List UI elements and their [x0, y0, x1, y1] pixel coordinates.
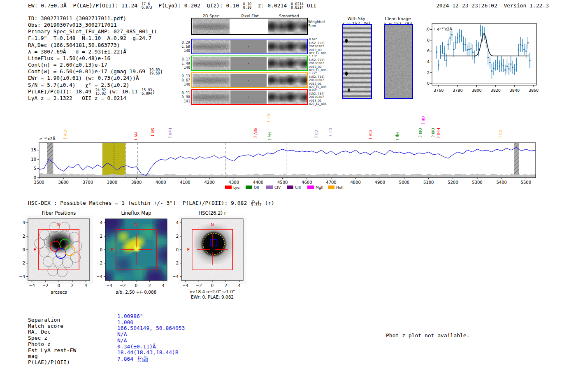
info-line-12-text: LyA z = 2.1322 OII z = 0.0214 — [28, 95, 126, 101]
match-value-0: 1.00986" — [117, 313, 185, 320]
inset-data-point — [462, 43, 464, 45]
info-line-11-frac: 15.936.894 — [142, 88, 152, 95]
panel-xtick: −4 — [106, 283, 112, 288]
cutout-image-smooth — [268, 90, 307, 104]
inset-data-point — [446, 60, 447, 61]
inset-xtick: 3800 — [471, 88, 481, 93]
inset-data-point — [497, 62, 499, 64]
east-label: E — [187, 247, 190, 252]
summary-text: z: 0.0214 — [251, 2, 290, 9]
info-line-8-text: ) — [160, 68, 163, 74]
info-line-5: λ = 3807.69Å σ = 2.93(±1.22)Å — [28, 49, 163, 55]
inset-data-point — [480, 30, 481, 31]
match-value-6: 18.44(18.43,18.44)R — [117, 350, 185, 356]
cutout-image-flat — [230, 57, 267, 70]
cutout-row-2 — [191, 72, 308, 88]
emission-line-label: CII { — [314, 130, 318, 138]
lineflux-map-panel: Lineflux Map−4−4−2−2002244s/b: 2.50 +/- … — [94, 209, 176, 300]
info-line-12: LyA z = 2.1322 OII z = 0.0214 — [28, 95, 163, 102]
cutout-image-spec2d — [193, 74, 230, 87]
inset-ylabel: ⊢e⁻¹⁷x2Å — [434, 27, 452, 31]
emission-line-label: CIV { — [368, 130, 372, 139]
emission-line-label: Hβ { — [395, 132, 399, 141]
inset-data-point — [518, 49, 519, 51]
match-value-3-text: N/A — [117, 331, 127, 337]
main-xtick: 5100 — [423, 180, 434, 185]
legend-swatch-HeII — [328, 186, 334, 189]
info-line-11-frac: 24.5215.02 — [95, 88, 106, 95]
panel-xlabel1: m:18.4 re:2.0" s:1.0" — [190, 289, 235, 294]
legend-swatch-Lyα — [225, 186, 232, 189]
main-xtick: 3500 — [34, 180, 44, 185]
inset-data-point — [440, 51, 441, 53]
match-value-1: 1.000 — [117, 320, 185, 326]
panel-xlabel2: EWr: 0, PLAE: 9.082 — [191, 295, 234, 299]
match-label: Spec z — [28, 335, 76, 341]
spacer — [497, 2, 504, 9]
clean-image — [384, 24, 413, 99]
weighted-sum-line: Weighted — [308, 20, 325, 24]
main-plot-svg: CIV {NV {SiII {HeII {SiIV {CIII {Hγ {CII… — [23, 111, 553, 193]
panel-ytick: −4 — [172, 274, 179, 279]
inset-data-point — [506, 65, 508, 67]
inset-data-point — [510, 63, 512, 65]
inset-data-point — [493, 67, 495, 69]
main-xtick: 4300 — [229, 180, 239, 185]
row-right-labels: 1.13"(152, 793)20190307v013_02027_LL_085 — [309, 55, 334, 72]
info-line-8-text: Cont(w) = 6.50(±0.01)e-17 (gmag 19.69 — [28, 68, 149, 74]
cutout-image-spec2d — [193, 19, 230, 34]
match-value-7-frac: 15.415.484 — [137, 356, 148, 362]
inset-data-point — [459, 35, 460, 37]
row-left-value: 0.11 — [172, 91, 190, 95]
inset-data-point — [520, 44, 521, 46]
cutout-row-0 — [191, 39, 308, 54]
info-line-8-frac: 19.6919.68 — [149, 68, 160, 75]
summary-text: Q(z): 0.10 — [200, 2, 242, 9]
match-value-7: 7.864 15.415.484 — [117, 356, 185, 362]
panel-ytick: −2 — [172, 261, 179, 265]
inset-data-point — [474, 56, 476, 58]
panel-xtick: −4 — [182, 283, 188, 288]
legend-swatch-MgII — [307, 186, 314, 189]
cutout-image-smooth — [268, 57, 307, 70]
inset-data-point — [508, 68, 510, 70]
panel-hsc-svg: HSC(26.2) r−4−4−2−2002244m:18.4 re:2.0" … — [170, 209, 252, 300]
main-xtick: 3900 — [131, 180, 142, 185]
inset-data-point — [478, 49, 479, 50]
main-xtick: 4500 — [277, 180, 288, 185]
main-ytick: 15 — [31, 148, 36, 152]
north-label: N — [211, 222, 214, 227]
match-value-0-text: 1.00986" — [117, 313, 143, 319]
cutout-image-flat — [230, 90, 267, 104]
panel-ytick: 2 — [100, 234, 102, 239]
match-table-values: 1.00986"1.000166.504149, 50.864053N/AN/A… — [117, 313, 185, 362]
info-line-1: Obs: 20190307v013_3002717011 — [28, 22, 163, 28]
match-label: Separation — [28, 317, 76, 323]
main-xtick: 4600 — [302, 180, 312, 185]
emission-line-label: SiII { — [151, 128, 155, 137]
panel-fiber-svg: Fiber Positions−4−4−2−2002244arcsecsNE — [16, 209, 99, 300]
summary-header: EW: 0.7±0.3Å P(LAE)/P(OII): 11.24 17.66.… — [28, 2, 316, 9]
panel-xtick: −4 — [29, 283, 35, 288]
panel-ytick: 2 — [176, 234, 179, 239]
panel-xtick: 2 — [149, 283, 151, 288]
info-line-3-text: F=1.9" T=0.148 N=1.10 A=0.92 g=24.7 — [28, 35, 151, 41]
match-value-6-text: 18.44(18.43,18.44)R — [117, 349, 179, 355]
legend-label: CIII — [295, 186, 301, 190]
row-left-value: 140 — [172, 49, 190, 53]
panel-title: Lineflux Map — [121, 210, 151, 216]
emission-line-label: CIII { — [267, 114, 271, 123]
info-line-11: P(LAE)/P(OII): 18.49 24.5215.02 (w: 10.1… — [28, 88, 163, 95]
inset-data-point — [527, 42, 529, 44]
hscdex-frac: 15.35.337 — [251, 200, 262, 206]
legend-swatch-CIV — [266, 186, 273, 189]
inset-data-point — [499, 65, 500, 67]
summary-frac: 17.66.873 — [142, 2, 152, 9]
inset-data-point — [491, 70, 493, 72]
inset-data-point — [476, 45, 478, 46]
info-line-8: Cont(w) = 6.50(±0.01)e-17 (gmag 19.69 19… — [28, 68, 163, 75]
panel-xtick: −2 — [120, 283, 126, 288]
inset-data-point — [522, 45, 523, 46]
hscdex-text: HSC-DEX : Possible Matches = 1 (within +… — [28, 200, 250, 206]
info-line-11-text: (w: 10.11 — [106, 88, 141, 95]
